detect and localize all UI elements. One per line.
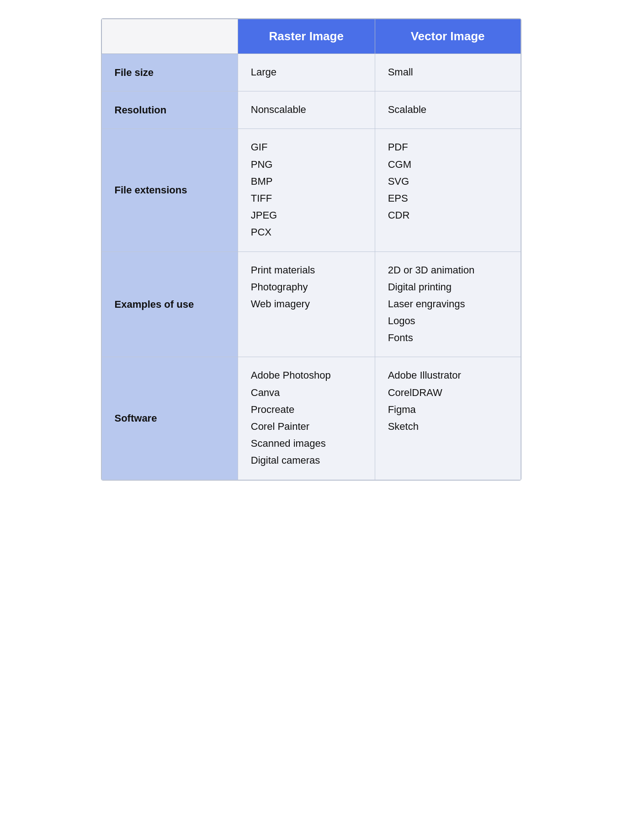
list-item: Logos [388,313,508,329]
list-item: PNG [251,156,362,172]
list-item: Nonscalable [251,102,362,118]
row-col2-file-size: Small [375,54,521,91]
list-item: Scanned images [251,435,362,451]
row-col1-file-size: Large [238,54,375,91]
list-item: Scalable [388,102,508,118]
header-empty-cell [101,19,238,54]
list-item: PCX [251,224,362,240]
list-item: Figma [388,401,508,417]
row-col1-file-extensions: GIFPNGBMPTIFFJPEGPCX [238,129,375,251]
list-item: Fonts [388,330,508,346]
row-header-file-size: File size [101,54,238,91]
list-item: Small [388,64,508,80]
row-col2-resolution: Scalable [375,91,521,129]
list-item: TIFF [251,190,362,206]
row-header-file-extensions: File extensions [101,129,238,251]
table-row-resolution: ResolutionNonscalableScalable [101,91,521,129]
table-header-row: Raster Image Vector Image [101,19,521,54]
row-col1-examples-of-use: Print materialsPhotographyWeb imagery [238,251,375,357]
list-item: Photography [251,279,362,295]
list-item: BMP [251,173,362,189]
header-vector-image: Vector Image [375,19,521,54]
list-item: Print materials [251,262,362,278]
list-item: CGM [388,156,508,172]
list-item: SVG [388,173,508,189]
list-item: Laser engravings [388,296,508,312]
list-item: 2D or 3D animation [388,262,508,278]
list-item: EPS [388,190,508,206]
list-item: Corel Painter [251,418,362,434]
list-item: CDR [388,207,508,223]
row-header-software: Software [101,357,238,480]
row-col1-resolution: Nonscalable [238,91,375,129]
row-col1-software: Adobe PhotoshopCanvaProcreateCorel Paint… [238,357,375,480]
table-row-file-extensions: File extensionsGIFPNGBMPTIFFJPEGPCXPDFCG… [101,129,521,251]
comparison-table: Raster Image Vector Image File sizeLarge… [101,19,521,480]
list-item: Procreate [251,401,362,417]
row-col2-file-extensions: PDFCGMSVGEPSCDR [375,129,521,251]
list-item: Adobe Photoshop [251,367,362,383]
list-item: Sketch [388,418,508,434]
list-item: Digital printing [388,279,508,295]
row-col2-software: Adobe IllustratorCorelDRAWFigmaSketch [375,357,521,480]
list-item: JPEG [251,207,362,223]
list-item: Digital cameras [251,452,362,468]
header-raster-image: Raster Image [238,19,375,54]
list-item: Large [251,64,362,80]
list-item: Adobe Illustrator [388,367,508,383]
list-item: GIF [251,139,362,155]
comparison-table-wrapper: Raster Image Vector Image File sizeLarge… [101,18,521,481]
row-header-resolution: Resolution [101,91,238,129]
table-row-examples-of-use: Examples of usePrint materialsPhotograph… [101,251,521,357]
table-row-software: SoftwareAdobe PhotoshopCanvaProcreateCor… [101,357,521,480]
row-col2-examples-of-use: 2D or 3D animationDigital printingLaser … [375,251,521,357]
list-item: Web imagery [251,296,362,312]
list-item: Canva [251,385,362,401]
row-header-examples-of-use: Examples of use [101,251,238,357]
table-row-file-size: File sizeLargeSmall [101,54,521,91]
list-item: PDF [388,139,508,155]
list-item: CorelDRAW [388,385,508,401]
